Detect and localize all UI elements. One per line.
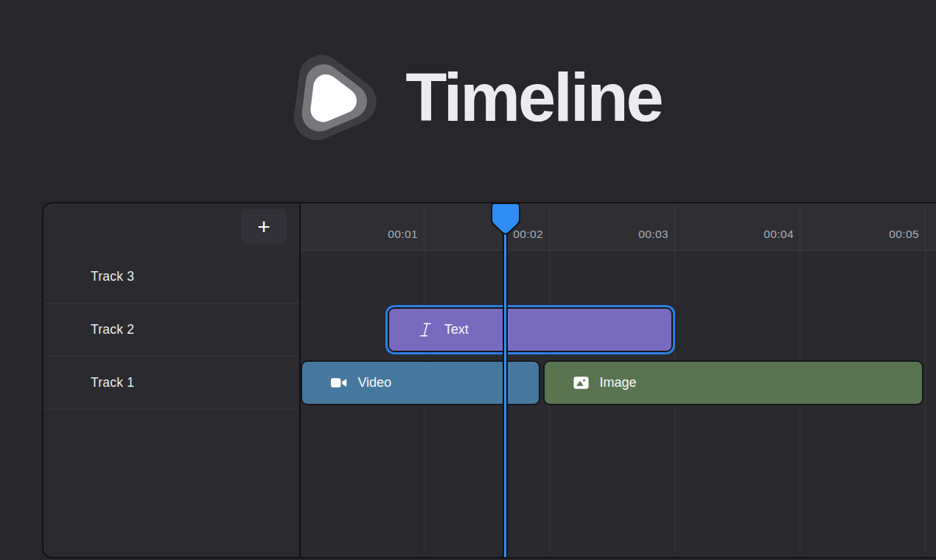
track-label: Track 2 xyxy=(91,322,134,337)
clip-label: Image xyxy=(600,375,637,391)
video-camera-icon xyxy=(330,374,347,391)
sidebar-header: + xyxy=(43,203,299,251)
track-row-track-3[interactable]: Track 3 xyxy=(43,251,299,304)
gridline xyxy=(925,203,926,557)
track-label: Track 3 xyxy=(91,269,134,284)
image-icon xyxy=(573,374,590,391)
ruler-tick-label: 00:03 xyxy=(610,228,668,241)
app-title: Timeline xyxy=(405,63,662,136)
brand-header: Timeline xyxy=(0,46,936,153)
clip-text[interactable]: Text xyxy=(388,307,674,352)
track-sidebar: + Track 3Track 2Track 1 xyxy=(43,203,299,557)
track-row-list: Track 3Track 2Track 1 xyxy=(43,251,299,410)
timeline-area[interactable]: 00:0100:0200:0300:0400:05 VideoImageText xyxy=(299,203,936,557)
ruler-tick-label: 00:01 xyxy=(359,228,418,241)
track-row-track-1[interactable]: Track 1 xyxy=(43,357,299,410)
playhead-line xyxy=(503,203,508,557)
clip-image[interactable]: Image xyxy=(543,360,924,405)
track-label: Track 1 xyxy=(91,375,134,391)
track-row-track-2[interactable]: Track 2 xyxy=(43,304,299,357)
ruler-tick-label: 00:04 xyxy=(735,228,794,241)
playhead-handle[interactable] xyxy=(491,203,520,237)
clip-label: Text xyxy=(444,322,469,337)
timeline-panel: + Track 3Track 2Track 1 00:0100:0200:030… xyxy=(42,202,936,559)
text-italic-icon xyxy=(417,321,434,338)
add-track-button[interactable]: + xyxy=(241,209,287,245)
app-background: Timeline + Track 3Track 2Track 1 00:0100… xyxy=(0,0,936,560)
play-logo-icon xyxy=(274,46,389,153)
clip-label: Video xyxy=(357,375,391,391)
ruler-tick-label: 00:05 xyxy=(860,228,919,241)
time-ruler[interactable] xyxy=(301,203,936,251)
